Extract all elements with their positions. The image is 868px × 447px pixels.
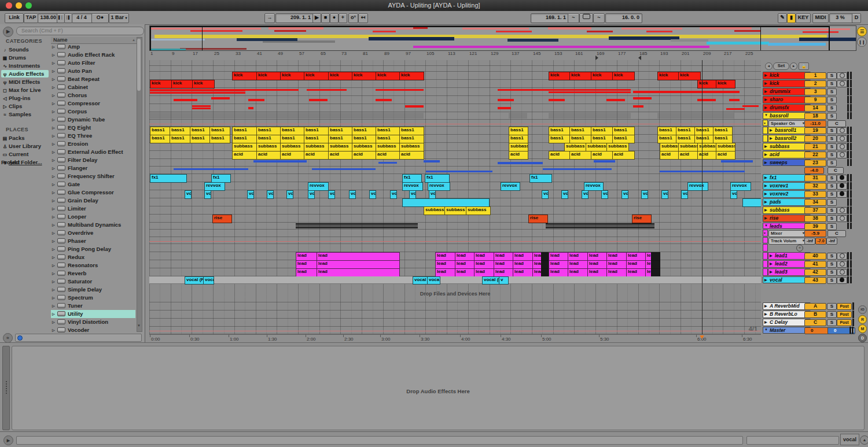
disclosure-triangle-icon[interactable]: ▷ xyxy=(51,294,57,302)
disclosure-triangle-icon[interactable]: ▷ xyxy=(51,189,57,197)
arm-button[interactable] xyxy=(837,152,847,158)
clip-subbass[interactable]: subbass xyxy=(424,206,446,215)
clip-subbass[interactable]: subbass xyxy=(304,143,329,152)
disclosure-triangle-icon[interactable]: ▷ xyxy=(51,318,57,326)
disclosure-triangle-icon[interactable]: ▷ xyxy=(51,164,57,172)
track-lane-voxrev2[interactable]: vcvcvcvcvcvcvcvcvcvcvcvcvcvcvcvcvcvcvcvc… xyxy=(149,190,761,198)
clip-fx1[interactable]: fx1 xyxy=(529,174,552,183)
clip-lead[interactable]: lead xyxy=(296,252,317,261)
clip-vc[interactable]: vc xyxy=(730,190,737,199)
disclosure-triangle-icon[interactable]: ▷ xyxy=(51,261,57,269)
track-play-icon[interactable]: ▶ xyxy=(764,175,767,179)
solo-button[interactable]: S xyxy=(827,175,837,182)
track-lane-sweeps-auto[interactable] xyxy=(149,167,761,174)
solo-button[interactable]: S xyxy=(827,143,837,150)
disclosure-triangle-icon[interactable]: ▷ xyxy=(51,43,57,51)
track-number-lead1[interactable]: 40 xyxy=(804,253,826,260)
play-button[interactable]: ▶ xyxy=(312,13,321,23)
browser-item-filter-delay[interactable]: ▷Filter Delay xyxy=(51,156,135,164)
track-play-icon[interactable]: ▶ xyxy=(764,160,767,164)
punch-in-button[interactable]: ~ xyxy=(568,13,579,23)
browser-item-eq-eight[interactable]: ▷EQ Eight xyxy=(51,124,135,132)
solo-button[interactable]: S xyxy=(827,80,837,87)
return-track-name[interactable]: A ReverbMid▶ xyxy=(763,302,811,310)
track-lane-master[interactable]: 4/1 xyxy=(149,327,761,334)
arm-button[interactable] xyxy=(837,183,847,190)
sidebar-item-audio-effects[interactable]: ψAudio Effects xyxy=(1,70,49,77)
solo-button[interactable]: S xyxy=(827,88,837,95)
track-play-icon[interactable]: ▶ xyxy=(770,128,773,132)
clip-lead[interactable]: lead xyxy=(606,252,627,261)
clip-acid[interactable]: acid xyxy=(660,151,679,160)
track-name-subbass-21[interactable]: subbass▶ xyxy=(763,143,811,150)
disclosure-triangle-icon[interactable]: ▷ xyxy=(51,67,57,75)
loop-length-field[interactable]: 16. 0. 0 xyxy=(605,13,642,23)
clip-subbass[interactable]: subbass xyxy=(697,143,717,152)
track-number-bassroll2[interactable]: 20 xyxy=(804,135,826,142)
clip-bass1[interactable]: bass1 xyxy=(591,135,613,143)
clip-bass1[interactable]: bass1 xyxy=(232,127,257,135)
disclosure-triangle-icon[interactable]: ▷ xyxy=(51,286,57,294)
clip-vc[interactable]: vc xyxy=(621,190,628,199)
clip-lead[interactable]: lead xyxy=(626,268,647,277)
track-lane-return-b[interactable] xyxy=(149,311,761,319)
clip-subbass[interactable]: subbass xyxy=(678,143,698,152)
browser-item-utility[interactable]: ▷Utility xyxy=(51,310,135,318)
track-name-acid[interactable]: acid▶ xyxy=(763,151,811,158)
punch-out-button[interactable]: ~ xyxy=(593,13,605,23)
arm-button[interactable] xyxy=(837,191,847,198)
browser-item-redux[interactable]: ▷Redux xyxy=(51,253,135,261)
sidebar-item-plug-ins[interactable]: ◁Plug-ins xyxy=(1,94,49,102)
track-number-vocal[interactable]: 43 xyxy=(804,277,826,284)
solo-button[interactable]: S xyxy=(827,215,837,222)
track-name-pads[interactable]: pads▶ xyxy=(763,198,811,206)
set-marker-button[interactable]: Set xyxy=(773,62,789,70)
clip-bass1[interactable]: bass1 xyxy=(190,135,211,143)
clip-pads[interactable] xyxy=(402,198,490,207)
clip-lead[interactable]: lead xyxy=(494,260,514,269)
track-lane-return-a[interactable] xyxy=(149,302,761,311)
disclosure-triangle-icon[interactable]: ▷ xyxy=(51,237,57,245)
disclosure-triangle-icon[interactable]: ▷ xyxy=(51,205,57,213)
disclosure-triangle-icon[interactable]: ▷ xyxy=(51,124,57,132)
arm-button[interactable] xyxy=(837,135,847,142)
track-play-icon[interactable]: ▶ xyxy=(770,253,773,257)
loop-lock-button[interactable]: 🔒 xyxy=(799,62,809,70)
browser-item-reverb[interactable]: ▷Reverb xyxy=(51,269,135,278)
clip-vc[interactable]: vc xyxy=(204,190,211,199)
preview-scrub-bar[interactable] xyxy=(15,334,142,342)
disclosure-triangle-icon[interactable]: ▷ xyxy=(51,302,57,310)
clip-acid[interactable]: acid xyxy=(678,151,698,160)
clip-lead[interactable]: lead xyxy=(549,260,569,269)
track-name-drumsfx[interactable]: drumsfx▶ xyxy=(763,104,811,112)
track-play-icon[interactable]: ▶ xyxy=(764,105,767,109)
track-number-kick-2[interactable]: 2 xyxy=(804,80,826,87)
clip-rise[interactable]: rise xyxy=(528,215,548,223)
automation-fold-icon[interactable]: ▼ xyxy=(763,231,766,235)
clip-bass1[interactable]: bass1 xyxy=(256,127,281,135)
browser-item-multiband-dynamics[interactable]: ▷Multiband Dynamics xyxy=(51,221,135,229)
clip-bass1[interactable]: bass1 xyxy=(569,135,592,143)
clip-subbass[interactable]: subbass xyxy=(466,206,491,215)
return-track-name[interactable]: B ReverbLo▶ xyxy=(763,311,811,318)
clip-lead2[interactable] xyxy=(541,260,549,269)
browser-item-auto-filter[interactable]: ▷Auto Filter xyxy=(51,59,135,67)
disclosure-triangle-icon[interactable]: ▷ xyxy=(51,156,57,164)
track-play-icon[interactable]: ▶ xyxy=(764,183,767,187)
return-letter[interactable]: A xyxy=(804,303,826,310)
master-track-name[interactable]: Master▼ xyxy=(763,327,811,334)
track-number-drumsfx[interactable]: 14 xyxy=(804,105,826,112)
clip-vocal (Fre[interactable]: vocal (Fre xyxy=(482,276,500,285)
track-lane-lead1[interactable]: leadleadleadleadleadleadleadleadleadlead… xyxy=(149,252,761,260)
clip-lead[interactable]: lead xyxy=(317,252,400,261)
clip-subbass[interactable]: subbass xyxy=(256,143,281,152)
browser-scrollbar[interactable]: ▼ xyxy=(137,37,142,332)
clip-lead[interactable]: lead xyxy=(587,252,608,261)
track-lane-spacer1[interactable] xyxy=(149,60,761,66)
tap-button[interactable]: TAP xyxy=(24,13,38,23)
track-play-icon[interactable]: ▶ xyxy=(764,152,767,156)
browser-item-simple-delay[interactable]: ▷Simple Delay xyxy=(51,286,135,294)
clip-kick[interactable]: kick xyxy=(591,72,613,80)
track-play-icon[interactable]: ▶ xyxy=(764,89,767,93)
clip-kick[interactable]: kick xyxy=(612,72,635,80)
